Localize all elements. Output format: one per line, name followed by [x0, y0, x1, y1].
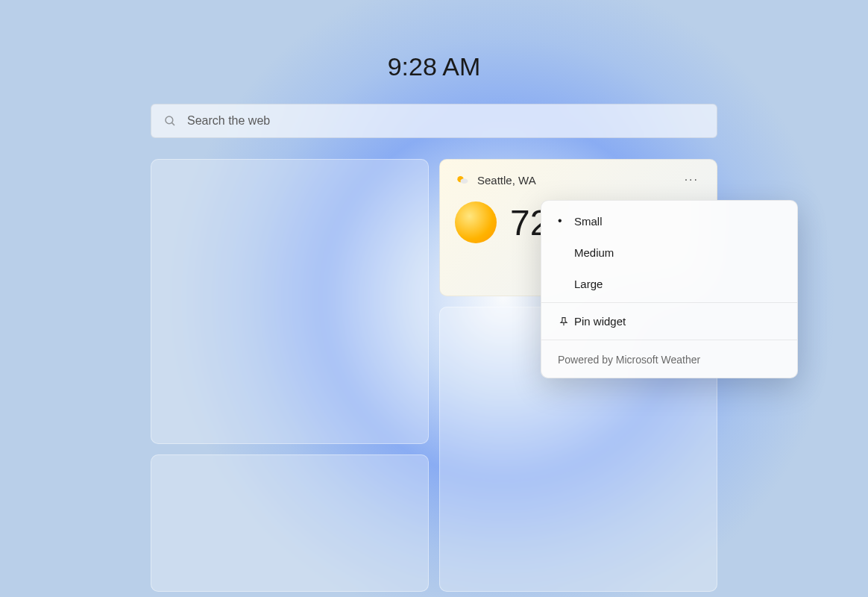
- search-icon: [163, 114, 177, 128]
- sun-icon: [455, 201, 497, 243]
- svg-point-0: [166, 116, 173, 124]
- widget-placeholder[interactable]: [151, 159, 429, 444]
- search-input[interactable]: [187, 114, 705, 128]
- svg-line-1: [172, 123, 174, 125]
- weather-location: Seattle, WA: [477, 174, 536, 187]
- weather-title-group: Seattle, WA: [455, 172, 536, 187]
- menu-footer-attribution: Powered by Microsoft Weather: [541, 343, 797, 373]
- clock-time: 9:28 AM: [151, 52, 717, 81]
- menu-item-label: Large: [574, 278, 603, 290]
- menu-item-label: Medium: [574, 246, 614, 259]
- menu-size-medium[interactable]: • Medium: [541, 237, 797, 268]
- search-bar[interactable]: [151, 104, 717, 138]
- widget-more-button[interactable]: ···: [682, 172, 702, 188]
- weather-app-icon: [455, 172, 470, 187]
- pin-icon: [558, 316, 574, 328]
- menu-item-label: Small: [574, 215, 603, 228]
- widget-placeholder[interactable]: [151, 454, 429, 592]
- menu-divider: [541, 340, 797, 340]
- menu-size-large[interactable]: • Large: [541, 268, 797, 299]
- weather-header: Seattle, WA ···: [455, 172, 702, 188]
- menu-size-small[interactable]: • Small: [541, 205, 797, 237]
- svg-point-3: [461, 178, 468, 184]
- selected-indicator-icon: •: [558, 214, 574, 228]
- menu-divider: [541, 302, 797, 303]
- menu-item-label: Pin widget: [574, 315, 626, 328]
- widget-context-menu: • Small • Medium • Large Pin widget Powe…: [541, 200, 798, 378]
- menu-pin-widget[interactable]: Pin widget: [541, 306, 797, 337]
